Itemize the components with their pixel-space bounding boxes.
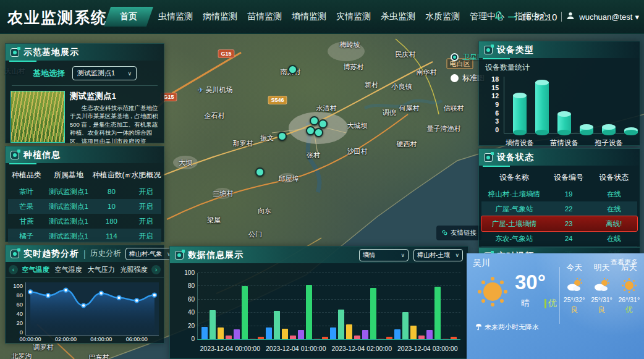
panel-icon [11,48,19,57]
device-type-label: 苗情设备 [550,138,578,148]
bar-series-6 [306,285,312,339]
forecast-day-3: 后天26°/31°优 [616,262,643,315]
bar-series-1 [394,329,400,339]
bar-group-label: 2023-12-04 00:00:00 [197,345,263,352]
bar-series-1 [266,327,272,339]
forecast-day-2: 明天25°/31°良 [588,262,615,315]
nav-menu: 首页虫情监测病情监测苗情监测墒情监测灾情监测杀虫监测水质监测管理中心指挥中心 [104,0,519,34]
bar-series-6 [434,287,441,339]
bar-series-4 [226,336,232,339]
weather-condition: 晴 [521,298,530,309]
table-row: 芒果测试监测点110开启 [8,199,161,214]
table-row: 橘子测试监测点1114开启 [8,229,161,243]
trend-tab-1[interactable]: 空气温度 [19,265,52,274]
top-nav: 农业监测系统 首页虫情监测病情监测苗情监测墒情监测灾情监测杀虫监测水质监测管理中… [0,0,644,34]
planting-table: 种植品类所属基地种植亩数(㎡)水肥概况茶叶测试监测点180开启芒果测试监测点11… [6,163,164,258]
bar-series-2 [210,310,216,339]
panel-header: 示范基地展示 [6,44,164,61]
panel-device-type: 设备类型 设备数量统计 1815129630 墒情设备苗情设备孢子设备 [478,41,640,146]
bar-series-3 [218,327,224,339]
bar-group [394,273,457,339]
device-row: 东农-气象站24在线 [481,231,637,246]
sun-icon [616,276,643,295]
history-analysis-link[interactable]: 历史分析 [90,248,121,259]
bar-series-5 [298,330,304,339]
panel-icon [11,151,19,159]
umbrella-icon [475,323,482,332]
panel-device-status: 设备状态 设备名称设备编号设备状态樟山村-土壤墒情19在线广屋-气象站22在线广… [478,148,640,247]
trend-tabs: ‹ 空气温度空气湿度大气压力光照强度 › [6,262,164,277]
map-marker[interactable] [318,119,328,129]
panel-icon [11,250,19,258]
trend-tab-4[interactable]: 光照强度 [117,265,150,274]
bar-series-7 [250,339,256,339]
data-device-select[interactable]: 樟山村-土壤∨ [413,249,463,261]
map-marker[interactable] [288,65,297,74]
table-header-row: 种植品类所属基地种植亩数(㎡)水肥概况 [8,166,161,184]
weather-widget: 吴川 查看更多 30° 晴 优 未来两小时无降水 今天25°/32°良明天25°… [467,253,644,359]
device-cylinder-bar [513,95,527,133]
cloud-sun-icon [561,276,588,295]
nav-item-1[interactable]: 首页 [104,7,153,27]
bar-series-2 [338,310,344,339]
radio-selected[interactable] [451,53,459,61]
bar-series-8 [322,337,328,339]
panel-icon [484,153,493,162]
nav-item-3[interactable]: 病情监测 [198,7,242,26]
trend-tab-2[interactable]: 空气湿度 [52,265,85,274]
sun-icon [477,276,509,310]
dashboard: 梅岭坡民庆村博苏村南巢村南华村大山村新村小良镇水清村何屋村信联村企石村调倪振文那… [0,0,644,359]
base-description: 生态农业科技示范推广基地位于吴川市某某区某基地，占地面积 500 亩，是集生态加… [70,104,159,143]
weather-quality: 优 [544,298,557,309]
panel-title: 种植信息 [23,150,61,161]
panel-data-display: 数据信息展示 墒情∨ 樟山村-土壤∨ 100806040200 2023-12-… [169,246,468,359]
bar-series-1 [330,327,336,339]
bar-series-2 [402,312,409,339]
device-row: 樟山村-土壤墒情19在线 [481,187,637,201]
trend-tab-3[interactable]: 大气压力 [85,265,117,274]
bar-series-7 [378,339,384,339]
map-marker[interactable] [314,128,323,137]
bar-series-3 [346,324,352,339]
bar-series-8 [386,337,392,339]
map-marker[interactable] [255,167,265,177]
forecast-day-1: 今天25°/32°良 [561,262,588,315]
data-type-select[interactable]: 墒情∨ [359,249,409,261]
bar-series-4 [418,336,425,339]
bar-series-4 [290,336,296,339]
friendly-links-button[interactable]: 友情链接 [436,226,481,240]
base-site-name: 测试监测点1 [70,91,159,102]
nav-item-6[interactable]: 灾情监测 [331,7,376,26]
bar-series-8 [258,337,264,339]
bar-series-6 [370,288,376,339]
weather-notice: 未来两小时无降水 [475,323,539,332]
panel-icon [175,251,184,260]
device-type-chart: 1815129630 墒情设备苗情设备孢子设备 [479,75,640,150]
device-row-offline: 广屋-土壤墒情23离线! [481,216,637,231]
panel-title: 示范基地展示 [23,47,79,58]
radio[interactable] [451,74,459,82]
user-menu[interactable]: wuchuan@test▾ [579,12,639,22]
bar-group [266,273,328,339]
device-status-table: 设备名称设备编号设备状态樟山村-土壤墒情19在线广屋-气象站22在线广屋-土壤墒… [479,166,640,261]
nav-item-4[interactable]: 苗情监测 [242,7,287,26]
app-logo: 农业监测系统 [7,7,108,28]
tabs-next-arrow[interactable]: › [151,265,161,274]
trend-device-select[interactable]: 樟山村-气象∨ [125,248,175,260]
nav-item-7[interactable]: 杀虫监测 [376,7,420,26]
nav-item-2[interactable]: 虫情监测 [153,7,198,26]
table-header-row: 设备名称设备编号设备状态 [481,169,637,187]
map-marker[interactable] [310,116,319,125]
nav-item-5[interactable]: 墒情监测 [287,7,331,26]
nav-right: — 16:32:10 wuchuan@test▾ [494,0,639,34]
weather-forecast: 今天25°/32°良明天25°/31°良后天26°/31°优 [561,262,643,315]
device-type-label: 孢子设备 [595,138,623,148]
nav-item-8[interactable]: 水质监测 [420,7,465,26]
panel-title: 实时趋势分析 [23,248,79,260]
map-marker[interactable] [278,132,287,141]
bell-icon[interactable] [494,11,504,23]
device-cylinder-bar [557,114,571,133]
bar-series-8 [451,337,457,339]
tabs-prev-arrow[interactable]: ‹ [9,265,18,274]
base-select[interactable]: 测试监测点1∨ [72,66,137,80]
